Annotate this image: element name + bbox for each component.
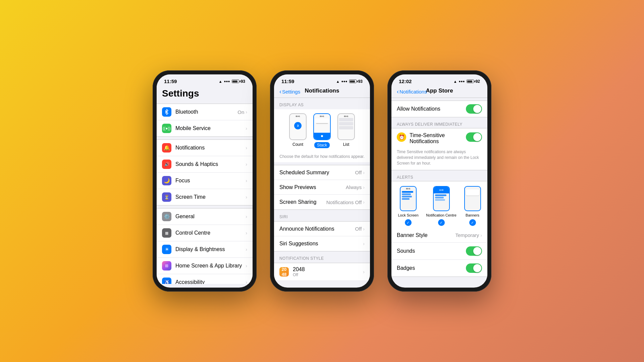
control-label: Control Centre	[175, 230, 246, 236]
badges-knob	[473, 264, 481, 272]
status-time-2: 11:59	[281, 78, 294, 84]
banners-check: ✓	[469, 219, 476, 226]
count-phone-mini: 09:41 3	[289, 113, 307, 140]
nav-header-2: ‹ Settings Notifications	[274, 85, 370, 98]
mobile-chevron: ›	[246, 126, 247, 131]
scheduled-summary-label: Scheduled Summary	[279, 170, 355, 176]
banner-style-chevron: ›	[480, 233, 482, 238]
back-arrow-2: ‹	[279, 88, 281, 95]
status-bar-1: 11:59 ▲ ●●● 93	[157, 74, 253, 85]
style-stack[interactable]: 09:41 Stack	[313, 113, 331, 148]
battery-icon-2	[349, 79, 357, 83]
stack-phone-mini: 09:41	[313, 113, 331, 140]
settings-item-general[interactable]: ⚙️ General ›	[157, 208, 253, 225]
siri-notif-group: Announce Notifications Off › Siri Sugges…	[274, 221, 370, 251]
general-label: General	[175, 214, 246, 220]
bluetooth-chevron: ›	[246, 109, 247, 115]
sounds-toggle[interactable]	[466, 246, 482, 256]
always-deliver-label: ALWAYS DELIVER IMMEDIATELY	[391, 117, 487, 128]
screentime-icon: ⏳	[162, 192, 171, 202]
settings-item-accessibility[interactable]: ♿ Accessibility ›	[157, 274, 253, 284]
style-count[interactable]: 09:41 3 Count	[289, 113, 307, 148]
phone-2: 11:59 ▲ ●●● 93 ‹ Settings Notifications …	[270, 70, 374, 292]
wifi-icon-1: ▲	[219, 79, 222, 83]
app-2048-item[interactable]: 2048 2048 Off ›	[274, 263, 370, 281]
focus-chevron: ›	[246, 178, 247, 183]
screen-sharing-item[interactable]: Screen Sharing Notifications Off ›	[274, 195, 370, 209]
allow-notif-item[interactable]: Allow Notifications	[391, 101, 487, 117]
battery-icon-3	[467, 79, 474, 83]
show-previews-chevron: ›	[363, 185, 365, 190]
appstore-notif-content[interactable]: Allow Notifications ALWAYS DELIVER IMMED…	[391, 98, 487, 281]
battery-pct-1: 93	[241, 79, 245, 84]
style-list[interactable]: 09:41 List	[337, 113, 355, 148]
lockscreen-check: ✓	[405, 219, 412, 226]
settings-item-sounds[interactable]: 🔊 Sounds & Haptics ›	[157, 156, 253, 173]
announce-notif-value: Off	[355, 226, 362, 232]
time-sensitive-knob	[473, 133, 481, 141]
settings-item-focus[interactable]: 🌙 Focus ›	[157, 173, 253, 189]
app-2048-icon: 2048	[279, 267, 289, 277]
status-icons-2: ▲ ●●● 93	[336, 79, 363, 84]
screen-sharing-value: Notifications Off	[326, 199, 362, 205]
siri-suggestions-item[interactable]: Siri Suggestions ›	[274, 236, 370, 251]
status-bar-3: 12:02 ▲ ●●● 92	[391, 74, 487, 85]
display-style-row: 09:41 3 Count 09:41 Stack	[274, 109, 370, 152]
notifications-content[interactable]: DISPLAY AS 09:41 3 Count 09:41	[274, 98, 370, 281]
bluetooth-icon	[162, 107, 171, 117]
badges-toggle[interactable]	[466, 263, 482, 273]
sounds-knob	[473, 247, 481, 255]
homescreen-chevron: ›	[246, 263, 247, 268]
settings-item-notifications[interactable]: 🔔 Notifications ›	[157, 140, 253, 156]
nav-back-3[interactable]: ‹ Notifications	[397, 88, 427, 95]
settings-item-display[interactable]: ☀ Display & Brightness ›	[157, 241, 253, 258]
time-sensitive-desc: Time Sensitive notifications are always …	[391, 149, 487, 170]
sounds-icon: 🔊	[162, 160, 171, 169]
apps-notif-group: 2048 2048 Off › 📦 Amazon Deliver Quietly…	[274, 263, 370, 281]
notifications-label: Notifications	[175, 145, 246, 151]
app-2048-label: 2048	[293, 266, 363, 273]
settings-list-1[interactable]: Bluetooth On › ((●)) Mobile Service › 🔔 …	[157, 101, 253, 284]
settings-item-mobile[interactable]: ((●)) Mobile Service ›	[157, 120, 253, 136]
time-sensitive-toggle[interactable]	[466, 132, 482, 142]
siri-suggestions-chevron: ›	[363, 241, 365, 246]
badges-item-label: Badges	[397, 265, 466, 271]
settings-item-homescreen[interactable]: ⊞ Home Screen & App Library ›	[157, 258, 253, 274]
banners-label: Banners	[466, 213, 479, 217]
general-notif-group: Scheduled Summary Off › Show Previews Al…	[274, 165, 370, 210]
wifi-icon-3: ▲	[453, 79, 457, 83]
back-label-3: Notifications	[399, 89, 427, 95]
alert-notifcentre[interactable]: 12:00 Notification Centre ✓	[426, 186, 457, 226]
status-time-3: 12:02	[399, 78, 412, 84]
choose-text: Choose the default for how notifications…	[274, 152, 370, 162]
announce-notif-item[interactable]: Announce Notifications Off ›	[274, 222, 370, 236]
display-icon: ☀	[162, 245, 171, 254]
settings-item-screentime[interactable]: ⏳ Screen Time ›	[157, 189, 253, 205]
nav-back-2[interactable]: ‹ Settings	[279, 88, 300, 95]
settings-item-control[interactable]: ▦ Control Centre ›	[157, 225, 253, 241]
screen-sharing-chevron: ›	[363, 199, 365, 205]
screentime-chevron: ›	[246, 194, 247, 200]
alert-banners[interactable]: Banners ✓	[464, 186, 481, 226]
sounds-item[interactable]: Sounds	[391, 243, 487, 260]
accessibility-icon: ♿	[162, 278, 171, 284]
nav-title-3: App Store	[426, 87, 453, 94]
settings-item-bluetooth[interactable]: Bluetooth On ›	[157, 104, 253, 120]
accessibility-label: Accessibility	[175, 279, 246, 284]
display-label: Display & Brightness	[175, 246, 246, 252]
alert-lockscreen[interactable]: 09:41 Lock Screen ✓	[398, 186, 418, 226]
banner-style-item[interactable]: Banner Style Temporary ›	[391, 228, 487, 243]
settings-group-system: 🔔 Notifications › 🔊 Sounds & Haptics › 🌙…	[157, 139, 253, 205]
stack-label: Stack	[314, 142, 330, 148]
list-label: List	[343, 142, 350, 147]
siri-section-label: SIRI	[274, 210, 370, 221]
status-time-1: 11:59	[164, 78, 177, 84]
show-previews-item[interactable]: Show Previews Always ›	[274, 180, 370, 195]
badges-item[interactable]: Badges	[391, 260, 487, 277]
allow-notif-group: Allow Notifications	[391, 101, 487, 117]
wifi-icon-2: ▲	[336, 79, 340, 83]
notifcentre-check: ✓	[438, 219, 445, 226]
scheduled-summary-item[interactable]: Scheduled Summary Off ›	[274, 165, 370, 180]
lockscreen-label: Lock Screen	[398, 213, 418, 217]
allow-notif-toggle[interactable]	[466, 104, 482, 114]
